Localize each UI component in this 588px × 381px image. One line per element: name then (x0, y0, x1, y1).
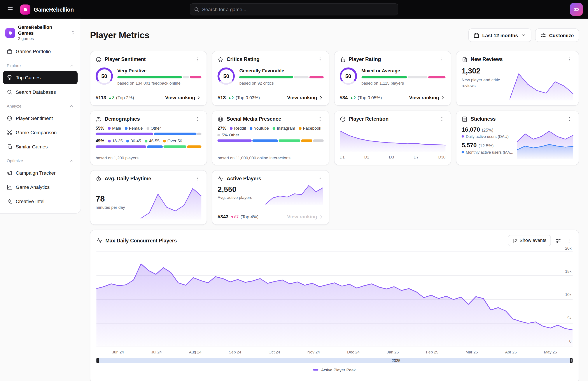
main-content: Player Metrics Last 12 months Customize … (81, 19, 588, 381)
sidebar-section-optimize[interactable]: Optimize (3, 153, 78, 165)
line-chart-icon (7, 184, 12, 190)
view-ranking-link[interactable]: View ranking (287, 95, 324, 100)
card-menu-button[interactable] (194, 56, 202, 63)
slider-year-label: 2025 (392, 358, 400, 363)
bar-segment (218, 140, 252, 142)
slider-handle-left[interactable] (96, 358, 99, 363)
org-name: GameRebellion Games (18, 25, 67, 37)
view-ranking-link[interactable]: View ranking (409, 95, 445, 100)
axis-label: Jun 24 (112, 350, 124, 354)
card-menu-button[interactable] (566, 115, 574, 123)
legend-dot (273, 127, 275, 129)
sidebar-item-label: Search Databases (16, 89, 56, 95)
bar-segment (313, 140, 324, 142)
customize-label: Customize (549, 32, 574, 38)
card-menu-button[interactable] (438, 56, 446, 63)
card-menu-button[interactable] (316, 56, 324, 63)
legend-label: Active Player Peak (321, 368, 356, 372)
legend-item: Instagram (273, 126, 295, 130)
report-icon (462, 116, 467, 122)
sliders-icon (555, 238, 561, 243)
legend-item: Over 56 (163, 139, 182, 143)
search-input[interactable] (202, 7, 394, 12)
sidebar-item-search-databases[interactable]: Search Databases (3, 85, 78, 99)
dau-value: 16,070 (462, 126, 480, 133)
sidebar-item-top-games[interactable]: Top Games (3, 71, 78, 84)
age-main-pct: 49% (96, 139, 104, 143)
card-menu-button[interactable] (194, 175, 202, 182)
view-ranking-label: View ranking (287, 214, 317, 220)
stickiness-chart (517, 127, 573, 159)
bar-segment (190, 76, 201, 78)
slider-handle-right[interactable] (570, 358, 573, 363)
sidebar-section-explore[interactable]: Explore (3, 58, 78, 70)
timer-icon (96, 176, 102, 181)
section-label: Optimize (7, 159, 23, 163)
rank-change: ▼87 (230, 214, 239, 219)
sidebar-item-game-comparison[interactable]: Game Comparison (3, 126, 78, 139)
activity-icon (96, 238, 102, 243)
basis-text: based on 1,115 players (361, 81, 446, 85)
axis-label: D7 (414, 155, 419, 159)
basis-text: based on 1,200 players (96, 155, 201, 160)
legend-label: 46-55 (149, 139, 159, 143)
view-ranking-label: View ranking (165, 95, 195, 100)
customize-button[interactable]: Customize (535, 28, 579, 42)
org-subtitle: 2 games (18, 37, 67, 41)
card-menu-button[interactable] (566, 237, 573, 244)
kebab-icon (566, 238, 572, 243)
megaphone-icon (7, 170, 12, 176)
kebab-icon (567, 116, 573, 122)
chevron-right-icon (318, 214, 324, 220)
view-ranking-link[interactable]: View ranking (165, 95, 201, 100)
brand[interactable]: GameRebellion (20, 4, 74, 14)
rank-percentile: (Top 0.05%) (358, 95, 382, 100)
chevron-up-icon (69, 104, 74, 108)
menu-button[interactable] (5, 5, 15, 14)
legend-dot (147, 127, 149, 129)
sidebar-item-games-portfolio[interactable]: Games Portfolio (3, 45, 78, 58)
star-icon (218, 56, 224, 62)
card-menu-button[interactable] (194, 115, 202, 123)
gamepad-icon (573, 6, 579, 12)
copy-icon (7, 144, 12, 150)
axis-label: Oct 24 (269, 350, 280, 354)
view-ranking-link[interactable]: View ranking (287, 214, 324, 220)
time-range-slider[interactable]: 2025 (96, 358, 573, 363)
user-avatar[interactable] (570, 3, 583, 16)
sidebar-item-game-analytics[interactable]: Game Analytics (3, 180, 78, 194)
basis-text: based on 92 critics (239, 81, 324, 85)
view-ranking-label: View ranking (287, 95, 317, 100)
bar-segment (154, 133, 197, 135)
sidebar-section-analyze[interactable]: Analyze (3, 99, 78, 111)
bar-segment (117, 76, 182, 78)
sidebar-item-creative-intel[interactable]: Creative Intel (3, 195, 78, 208)
axis-label: Jul 24 (151, 350, 162, 354)
hamburger-icon (7, 6, 14, 13)
date-range-button[interactable]: Last 12 months (468, 28, 532, 42)
bar-segment (163, 145, 186, 148)
sidebar-item-player-sentiment[interactable]: Player Sentiment (3, 111, 78, 125)
sidebar-item-campaign-tracker[interactable]: Campaign Tracker (3, 166, 78, 180)
show-events-button[interactable]: Show events (508, 235, 551, 246)
x-axis: Jun 24Jul 24Aug 24Sep 24Oct 24Nov 24Dec … (96, 350, 573, 354)
kebab-icon (439, 116, 445, 122)
legend-label: Male (112, 126, 121, 130)
card-menu-button[interactable] (438, 115, 446, 123)
bar-segment (147, 145, 163, 148)
chart-settings-button[interactable] (555, 238, 561, 243)
card-menu-button[interactable] (316, 115, 324, 123)
legend-item: Facebook (299, 126, 321, 130)
game-search[interactable] (190, 3, 398, 15)
view-ranking-label: View ranking (409, 95, 439, 100)
legend-label: Reddit (234, 126, 246, 130)
sidebar-item-similar-games[interactable]: Similar Games (3, 140, 78, 153)
sidebar-item-label: Game Comparison (16, 130, 57, 135)
org-selector[interactable]: GameRebellion Games 2 games (3, 22, 78, 44)
card-menu-button[interactable] (316, 175, 324, 182)
briefcase-icon (7, 49, 12, 54)
new-reviews-card: New Reviews 1,302 New player and critic … (456, 51, 579, 106)
legend-dot (145, 140, 147, 142)
card-menu-button[interactable] (566, 56, 574, 63)
sidebar-item-label: Campaign Tracker (16, 170, 56, 176)
